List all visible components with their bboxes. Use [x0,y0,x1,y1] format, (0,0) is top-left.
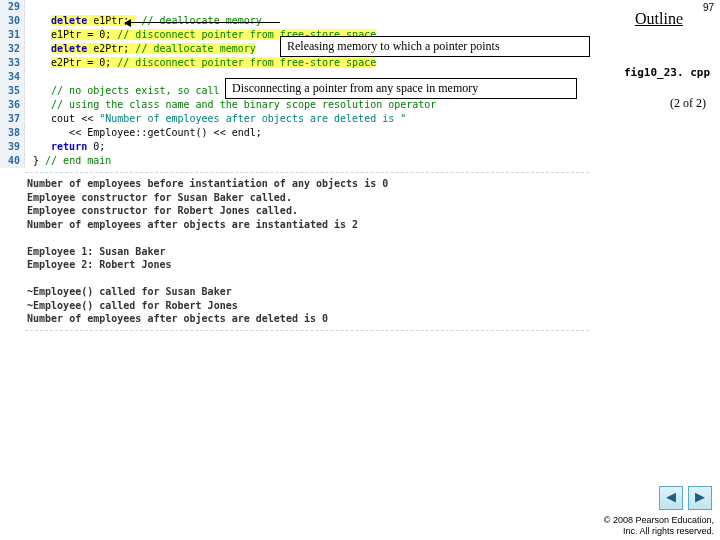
callout-release: Releasing memory to which a pointer poin… [280,36,590,57]
triangle-left-icon: ◀ [666,489,676,504]
line-number: 33 [0,56,25,70]
code-text: delete e1Ptr; // deallocate memory [25,14,262,28]
slide-number: 97 [703,2,714,13]
line-number: 31 [0,28,25,42]
outline-heading: Outline [598,10,720,28]
line-number: 32 [0,42,25,56]
side-panel: 97 Outline fig10_23. cpp (2 of 2) ◀ ▶ © … [598,0,720,540]
code-text: return 0; [25,140,105,154]
callout-text: Disconnecting a pointer from any space i… [232,81,478,95]
program-output: Number of employees before instantiation… [25,172,589,331]
nav-controls: ◀ ▶ [657,486,712,510]
line-number: 30 [0,14,25,28]
line-number: 40 [0,154,25,168]
code-text: delete e2Ptr; // deallocate memory [25,42,256,56]
code-text: e2Ptr = 0; // disconnect pointer from fr… [25,56,376,70]
line-number: 29 [0,0,25,14]
code-text: << Employee::getCount() << endl; [25,126,262,140]
line-number: 34 [0,70,25,84]
line-number: 37 [0,112,25,126]
line-number: 38 [0,126,25,140]
line-number: 36 [0,98,25,112]
triangle-right-icon: ▶ [695,489,705,504]
line-number: 35 [0,84,25,98]
callout-disconnect: Disconnecting a pointer from any space i… [225,78,577,99]
callout-text: Releasing memory to which a pointer poin… [287,39,500,53]
arrow-line [130,22,280,23]
copyright-line: Inc. All rights reserved. [604,526,714,536]
code-text: // using the class name and the binary s… [25,98,436,112]
copyright: © 2008 Pearson Education, Inc. All right… [604,515,714,536]
code-text: cout << "Number of employees after objec… [25,112,406,126]
page-indicator: (2 of 2) [670,96,706,111]
line-number: 39 [0,140,25,154]
prev-button[interactable]: ◀ [659,486,683,510]
code-text: } // end main [25,154,111,168]
source-filename: fig10_23. cpp [624,66,710,79]
copyright-line: © 2008 Pearson Education, [604,515,714,525]
next-button[interactable]: ▶ [688,486,712,510]
